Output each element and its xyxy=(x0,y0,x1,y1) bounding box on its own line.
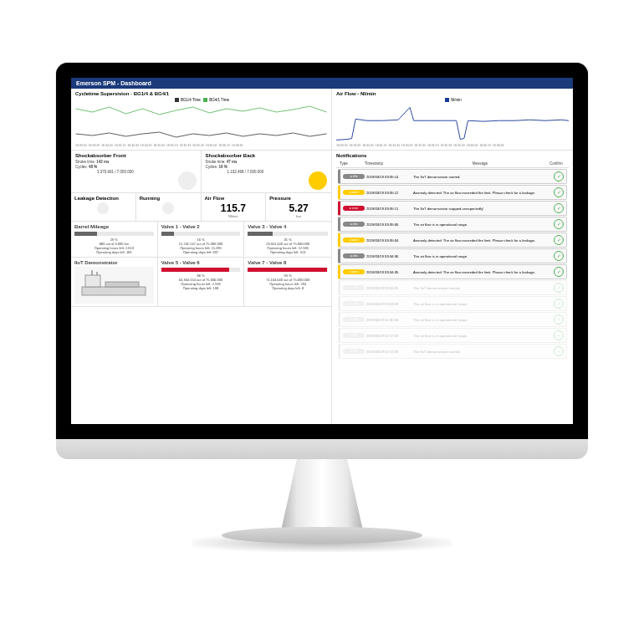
cycletime-panel: Cycletime Supersivion - BG1/4 & BG4/1 BG… xyxy=(71,89,331,151)
notif-timestamp: 2019/03/19 03:35:06 xyxy=(366,222,413,227)
notif-message: Anomaly detected: The air flow exceeded … xyxy=(413,238,554,243)
running-status-icon xyxy=(162,202,174,214)
notif-row: ● info2019/03/19 03:35:06The air flow is… xyxy=(338,217,567,232)
confirm-button[interactable]: ✓ xyxy=(554,219,564,229)
notif-timestamp: 2019/03/19 03:34:35 xyxy=(366,270,413,274)
airflow-xaxis: 18.33.34 18.33.49 18.34.04 18.34.19 18.3… xyxy=(336,144,569,147)
svg-rect-2 xyxy=(105,282,139,287)
airflow-tile: Air Flow 115.7 Nl/min xyxy=(202,193,267,222)
notif-timestamp: 2019/03/19 03:35:11 xyxy=(366,207,413,211)
notif-timestamp: 2019/03/19 03:03:09 xyxy=(366,302,413,306)
shock-front-card: Shockabsorber Front Stroke time: 142 ms … xyxy=(71,151,202,193)
notif-message: Anomaly detected: The air flow exceeded … xyxy=(413,191,554,195)
monitor-frame: Emerson SPM - Dashboard Cycletime Supers… xyxy=(56,63,588,439)
app-title: Emerson SPM - Dashboard xyxy=(71,78,573,89)
shock-back-card: Shockabsorber Back Stroke time: 47 ms Cy… xyxy=(202,151,332,193)
pressure-tile: Pressure 5.27 bar xyxy=(266,193,331,222)
notif-message: The air flow is in operational range. xyxy=(413,318,554,322)
confirm-button[interactable]: ✓ xyxy=(554,314,564,325)
confirm-button[interactable]: ✓ xyxy=(554,203,564,213)
confirm-button[interactable]: ✓ xyxy=(554,283,564,293)
monitor-foot xyxy=(222,527,422,544)
notif-message: The IIoT demonstrator started. xyxy=(413,175,554,179)
svg-rect-1 xyxy=(85,275,100,287)
confirm-button[interactable]: ✓ xyxy=(554,187,564,197)
cycletime-chart xyxy=(75,102,327,144)
notif-message: The air flow is in operational range. xyxy=(413,222,554,227)
notif-badge: ● info xyxy=(343,301,365,306)
notif-badge: ● warn xyxy=(343,190,365,195)
airflow-chart xyxy=(336,102,569,144)
monitor-base xyxy=(56,439,588,459)
confirm-button[interactable]: ✓ xyxy=(554,267,564,277)
confirm-button[interactable]: ✓ xyxy=(554,299,564,309)
confirm-button[interactable]: ✓ xyxy=(554,171,564,181)
leakage-tile: Leakage Detection xyxy=(71,193,136,222)
notif-timestamp: 2019/03/19 03:34:36 xyxy=(366,254,413,258)
cycletime-title: Cycletime Supersivion - BG1/4 & BG4/1 xyxy=(75,91,327,96)
notif-timestamp: 2019/03/19 02:30:56 xyxy=(366,318,413,322)
svg-rect-0 xyxy=(82,287,146,295)
machine-image xyxy=(74,267,154,304)
notif-row: ● info2019/03/19 02:17:02The air flow is… xyxy=(338,328,567,343)
notif-row: ● info2019/03/19 03:03:09The air flow is… xyxy=(338,296,567,311)
airflow-panel: Air Flow - Nl/min Nl/min 18.33.34 18.33.… xyxy=(332,89,573,151)
notif-badge: ● info xyxy=(343,222,365,227)
notif-badge: ● warn xyxy=(343,238,365,243)
notif-timestamp: 2019/03/19 03:35:12 xyxy=(366,191,413,195)
confirm-button[interactable]: ✓ xyxy=(554,235,564,245)
notif-row: ● info2019/03/19 03:34:05The IIoT demons… xyxy=(338,280,567,295)
notif-message: The IIoT demonstrator stopped unexpected… xyxy=(413,207,554,211)
notif-message: Anomaly detected: The air flow exceeded … xyxy=(413,270,554,274)
shock-back-status-icon xyxy=(309,171,327,190)
left-column: Cycletime Supersivion - BG1/4 & BG4/1 BG… xyxy=(71,89,332,423)
leakage-status-icon xyxy=(97,202,109,214)
notif-row: ● warn2019/03/19 03:35:12Anomaly detecte… xyxy=(338,185,567,200)
valve56-card: Valve 5 - Valve 6 86 % 64.344.554 out of… xyxy=(158,258,245,307)
notif-row: ● info2019/03/19 02:11:09The IIoT demons… xyxy=(338,344,567,359)
barrel-card: Barrel Mileage 29 % 883 out of 3.000 km … xyxy=(71,222,158,258)
notif-list: ● info2019/03/19 03:35:14The IIoT demons… xyxy=(336,169,569,359)
valve34-card: Valve 3 - Valve 4 31 % 23.341.440 out of… xyxy=(244,222,331,258)
valve78-card: Valve 7 - Valve 8 99 % 74.164.040 out of… xyxy=(244,258,331,307)
notif-row: ● info2019/03/19 02:30:56The air flow is… xyxy=(338,312,567,327)
notif-row: ● info2019/03/19 03:34:36The air flow is… xyxy=(338,248,567,263)
notif-message: The air flow is in operational range. xyxy=(413,334,554,338)
confirm-button[interactable]: ✓ xyxy=(554,251,564,261)
notif-message: The IIoT demonstrator started. xyxy=(413,350,554,354)
notif-row: ● info2019/03/19 03:35:14The IIoT demons… xyxy=(338,169,567,184)
notif-timestamp: 2019/03/19 03:34:05 xyxy=(366,286,413,290)
notif-row: ● warn2019/03/19 03:34:35Anomaly detecte… xyxy=(338,264,567,279)
iiot-card: IIoT Demonstrator xyxy=(71,258,158,307)
notif-header: Type Timestamp Message Confirm xyxy=(336,160,569,168)
notif-badge: ● info xyxy=(343,174,365,179)
right-column: Air Flow - Nl/min Nl/min 18.33.34 18.33.… xyxy=(332,89,573,423)
airflow-title: Air Flow - Nl/min xyxy=(336,91,569,96)
notif-row: ● warn2019/03/19 03:35:04Anomaly detecte… xyxy=(338,233,567,248)
shock-front-status-icon xyxy=(178,171,197,190)
notif-message: The air flow is in operational range. xyxy=(413,254,554,258)
notif-timestamp: 2019/03/19 02:17:02 xyxy=(366,334,413,338)
notif-timestamp: 2019/03/19 03:35:04 xyxy=(366,238,413,243)
notif-timestamp: 2019/03/19 03:35:14 xyxy=(366,175,413,179)
notifications-panel: Notifications Type Timestamp Message Con… xyxy=(332,151,573,359)
notif-badge: ● warn xyxy=(343,269,365,274)
notif-badge: ● info xyxy=(343,333,365,338)
notif-badge: ● info xyxy=(343,317,365,322)
notif-badge: ● info xyxy=(343,285,365,290)
notif-row: ● error2019/03/19 03:35:11The IIoT demon… xyxy=(338,201,567,216)
notif-badge: ● error xyxy=(343,206,365,211)
screen: Emerson SPM - Dashboard Cycletime Supers… xyxy=(71,78,573,424)
monitor-stand xyxy=(280,459,364,534)
confirm-button[interactable]: ✓ xyxy=(554,346,564,356)
notif-message: The IIoT demonstrator started. xyxy=(413,286,554,290)
running-tile: Running xyxy=(136,193,202,222)
notif-message: The air flow is in operational range. xyxy=(413,302,554,306)
notif-timestamp: 2019/03/19 02:11:09 xyxy=(366,350,413,354)
confirm-button[interactable]: ✓ xyxy=(554,330,564,340)
valve12-card: Valve 1 - Valve 2 16 % 12.241.547 out of… xyxy=(158,222,245,258)
notif-badge: ● info xyxy=(343,349,365,354)
notif-badge: ● info xyxy=(343,253,365,258)
cycletime-xaxis: 18.33.34 18.33.49 18.34.04 18.34.19 18.3… xyxy=(75,144,327,147)
